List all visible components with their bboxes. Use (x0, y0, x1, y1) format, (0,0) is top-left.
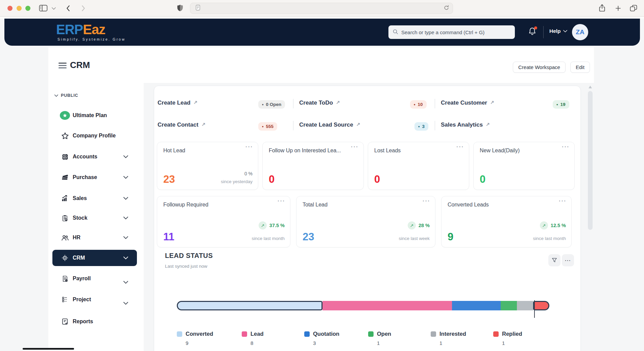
shortcut-create-lead[interactable]: Create Lead↗ (158, 100, 197, 106)
bar-segment-converted[interactable] (177, 301, 323, 310)
badge-contact-count[interactable]: •555 (258, 122, 277, 131)
card-menu-icon[interactable]: ··· (278, 198, 285, 204)
sidebar-item-payroll[interactable]: Payroll (48, 271, 144, 286)
lead-status-title: LEAD STATUS (165, 252, 213, 260)
card-since: since last week (399, 236, 430, 241)
legend-replied[interactable]: Replied 1 (493, 331, 522, 346)
card-hot-lead[interactable]: Hot Lead ··· 23 0 % since yesterday (157, 142, 258, 190)
bar-segment-quotation[interactable] (452, 301, 501, 310)
legend-quotation[interactable]: Quotation 3 (304, 331, 339, 346)
sidebar-item-project[interactable]: Project (48, 292, 144, 307)
app-logo[interactable]: ERPEaz Simplify. Systemize. Grow (56, 22, 125, 41)
card-followup-required[interactable]: Followup Required ··· 11 ↗37.5 % since l… (157, 196, 290, 247)
card-percent: 28 % (419, 223, 430, 228)
card-menu-icon[interactable]: ··· (245, 144, 253, 150)
tab-overview-icon[interactable] (630, 5, 637, 12)
legend-open[interactable]: Open 1 (368, 331, 391, 346)
search-input[interactable] (401, 29, 511, 35)
legend-swatch (304, 331, 310, 337)
sidebar-item-crm[interactable]: CRM (52, 250, 137, 266)
page-title: CRM (70, 60, 90, 70)
notifications-bell-icon[interactable] (528, 27, 538, 37)
sidebar-item-sales[interactable]: Sales (48, 191, 144, 206)
legend-interested[interactable]: Interested 1 (431, 331, 466, 346)
external-link-icon: ↗ (486, 122, 490, 127)
card-menu-icon[interactable]: ··· (559, 198, 567, 204)
shortcut-create-contact[interactable]: Create Contact↗ (158, 122, 206, 128)
privacy-shield-icon[interactable] (177, 4, 183, 12)
card-value: 0 (480, 173, 485, 185)
bar-segment-lead[interactable] (323, 301, 452, 310)
card-new-lead-daily[interactable]: New Lead(Daily) ··· 0 (473, 142, 575, 190)
badge-todo-count[interactable]: •10 (410, 100, 427, 109)
chart-menu-button[interactable]: ··· (562, 254, 574, 266)
sidebar-item-company-profile[interactable]: Company Profile (48, 128, 144, 143)
address-bar[interactable] (190, 3, 453, 14)
legend-converted[interactable]: Converted 9 (177, 331, 213, 346)
badge-lead-source-count[interactable]: •3 (414, 122, 428, 131)
scrollbar-up-arrow[interactable] (589, 86, 592, 88)
legend-swatch (177, 331, 182, 337)
sidebar-item-ultimate-plan[interactable]: Ultimate Plan (48, 108, 144, 123)
card-total-lead[interactable]: Total Lead ··· 23 ↗28 % since last week (296, 196, 435, 247)
shortcut-create-todo[interactable]: Create ToDo↗ (299, 100, 340, 106)
scrollbar-thumb[interactable] (588, 91, 593, 230)
badge-open-count[interactable]: •0 Open (258, 100, 285, 109)
help-menu[interactable]: Help (549, 28, 567, 34)
card-converted-leads[interactable]: Converted Leads ··· 9 ↗12.5 % since last… (441, 196, 572, 247)
edit-button[interactable]: Edit (570, 62, 590, 73)
chevron-down-icon (123, 281, 128, 284)
shortcut-create-customer[interactable]: Create Customer↗ (441, 100, 494, 106)
card-menu-icon[interactable]: ··· (456, 144, 464, 150)
zoom-window-button[interactable] (25, 6, 30, 11)
sidebar-item-hr[interactable]: HR (48, 230, 144, 245)
bar-segment-open[interactable] (501, 301, 517, 310)
chevron-down-icon (123, 176, 128, 179)
sidebar-section-public[interactable]: PUBLIC (54, 93, 78, 98)
create-workspace-button[interactable]: Create Workspace (513, 62, 566, 73)
sidebar-collapse-icon[interactable] (58, 63, 67, 68)
external-link-icon: ↗ (201, 122, 206, 127)
close-window-button[interactable] (7, 6, 13, 11)
card-lost-leads[interactable]: Lost Leads ··· 0 (368, 142, 469, 190)
back-button[interactable] (66, 5, 70, 11)
logo-eaz-text: Eaz (83, 22, 105, 37)
sidebar-item-stock[interactable]: Stock (48, 211, 144, 225)
sidebar-item-reports[interactable]: Reports (48, 314, 144, 329)
new-tab-icon[interactable] (615, 5, 621, 11)
bar-segment-replied[interactable] (533, 301, 549, 310)
shortcut-sales-analytics[interactable]: Sales Analytics↗ (441, 122, 490, 128)
chevron-down-icon (123, 257, 128, 260)
legend-lead[interactable]: Lead 8 (242, 331, 264, 346)
legend-swatch (493, 331, 499, 337)
global-search[interactable] (388, 25, 515, 39)
filter-button[interactable] (548, 254, 560, 266)
bar-segment-interested[interactable] (517, 301, 533, 310)
card-value: 0 (269, 173, 275, 185)
report-doc-icon (60, 316, 70, 327)
plan-star-badge-icon (60, 110, 70, 120)
refresh-icon[interactable] (444, 5, 449, 12)
minimize-window-button[interactable] (17, 6, 22, 11)
card-value: 11 (163, 231, 174, 243)
reader-view-icon[interactable] (196, 5, 200, 12)
chevron-down-icon (54, 94, 58, 97)
chevron-down-icon (123, 197, 128, 200)
share-icon[interactable] (599, 4, 605, 12)
sidebar-toggle-icon[interactable] (39, 4, 48, 12)
shortcut-create-lead-source[interactable]: Create Lead Source↗ (299, 122, 360, 128)
avatar[interactable]: ZA (572, 24, 588, 40)
sidebar-chevron-icon[interactable] (52, 7, 56, 10)
chevron-down-icon (123, 155, 128, 158)
clipboard-icon (60, 213, 70, 223)
forward-button[interactable] (81, 5, 85, 11)
card-menu-icon[interactable]: ··· (351, 144, 359, 150)
chevron-down-icon (123, 236, 128, 239)
card-menu-icon[interactable]: ··· (423, 198, 430, 204)
card-follow-up-interested[interactable]: Follow Up on Interested Lea... ··· 0 (262, 142, 364, 190)
badge-customer-count[interactable]: •19 (553, 100, 569, 109)
sidebar-item-purchase[interactable]: Purchase (48, 170, 144, 185)
card-menu-icon[interactable]: ··· (562, 144, 570, 150)
sidebar-item-accounts[interactable]: Accounts (48, 149, 144, 164)
card-since: since yesterday (221, 179, 253, 184)
